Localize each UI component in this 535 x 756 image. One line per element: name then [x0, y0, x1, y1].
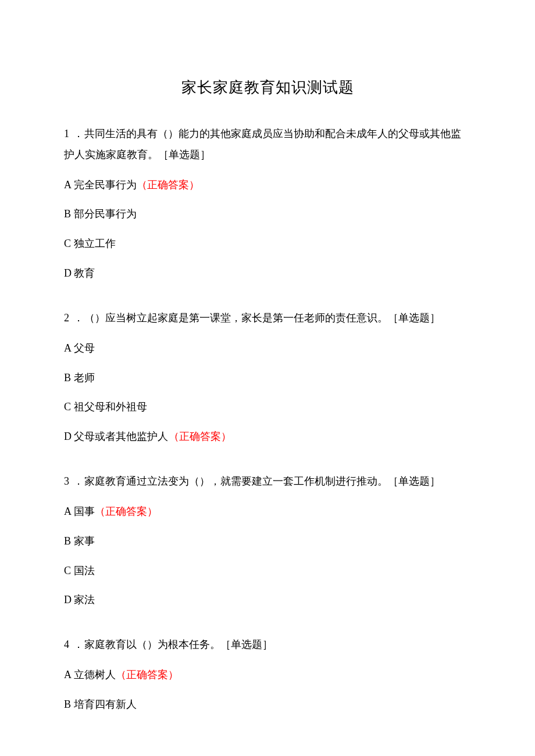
- option: A 父母: [64, 340, 471, 357]
- option: D 家法: [64, 592, 471, 608]
- option-label: C 国法: [64, 565, 95, 576]
- option-label: C 祖父母和外祖母: [64, 401, 147, 413]
- question-number: 3 ．: [64, 475, 84, 487]
- option-label: A 父母: [64, 342, 95, 354]
- question-text: 1 ．共同生活的具有（）能力的其他家庭成员应当协助和配合未成年人的父母或其他监护…: [64, 123, 471, 165]
- option: A 国事（正确答案）: [64, 503, 471, 520]
- option: A 完全民事行为（正确答案）: [64, 177, 471, 194]
- option: C 独立工作: [64, 235, 471, 252]
- option: D 教育: [64, 265, 471, 282]
- question-number: 4 ．: [64, 639, 84, 650]
- option-label: A 完全民事行为: [64, 179, 137, 191]
- question-block: 3 ．家庭教育通过立法变为（），就需要建立一套工作机制进行推动。［单选题］A 国…: [64, 471, 471, 608]
- option: B 家事: [64, 533, 471, 550]
- option-label: B 家事: [64, 535, 95, 547]
- question-block: 4 ．家庭教育以（）为根本任务。［单选题］A 立德树人（正确答案）B 培育四有新…: [64, 634, 471, 713]
- option-label: D 教育: [64, 267, 95, 279]
- option: B 培育四有新人: [64, 696, 471, 713]
- question-text: 2 ．（）应当树立起家庭是第一课堂，家长是第一任老师的责任意识。［单选题］: [64, 307, 471, 328]
- page-title: 家长家庭教育知识测试题: [64, 76, 471, 100]
- correct-answer-label: （正确答案）: [169, 431, 231, 442]
- question-body: 家庭教育通过立法变为（），就需要建立一套工作机制进行推动。［单选题］: [84, 475, 440, 487]
- option-label: A 国事: [64, 506, 95, 517]
- option-label: D 父母或者其他监护人: [64, 431, 169, 442]
- option-label: A 立德树人: [64, 669, 116, 680]
- option-label: C 独立工作: [64, 238, 116, 249]
- question-text: 3 ．家庭教育通过立法变为（），就需要建立一套工作机制进行推动。［单选题］: [64, 471, 471, 492]
- option-label: B 老师: [64, 372, 95, 384]
- question-number: 1 ．: [64, 128, 84, 139]
- correct-answer-label: （正确答案）: [95, 506, 158, 517]
- question-text: 4 ．家庭教育以（）为根本任务。［单选题］: [64, 634, 471, 655]
- question-body: 共同生活的具有（）能力的其他家庭成员应当协助和配合未成年人的父母或其他监护人实施…: [64, 128, 461, 160]
- option-label: D 家法: [64, 594, 95, 605]
- question-body: （）应当树立起家庭是第一课堂，家长是第一任老师的责任意识。［单选题］: [84, 312, 440, 324]
- question-block: 2 ．（）应当树立起家庭是第一课堂，家长是第一任老师的责任意识。［单选题］A 父…: [64, 307, 471, 445]
- option: B 老师: [64, 370, 471, 386]
- correct-answer-label: （正确答案）: [137, 179, 199, 191]
- option: C 国法: [64, 562, 471, 579]
- option: A 立德树人（正确答案）: [64, 667, 471, 683]
- question-number: 2 ．: [64, 312, 84, 324]
- option: B 部分民事行为: [64, 206, 471, 223]
- option: C 祖父母和外祖母: [64, 399, 471, 415]
- option-label: B 部分民事行为: [64, 208, 137, 220]
- correct-answer-label: （正确答案）: [116, 669, 179, 680]
- questions-container: 1 ．共同生活的具有（）能力的其他家庭成员应当协助和配合未成年人的父母或其他监护…: [64, 123, 471, 713]
- option: D 父母或者其他监护人（正确答案）: [64, 428, 471, 445]
- option-label: B 培育四有新人: [64, 698, 137, 710]
- question-block: 1 ．共同生活的具有（）能力的其他家庭成员应当协助和配合未成年人的父母或其他监护…: [64, 123, 471, 282]
- question-body: 家庭教育以（）为根本任务。［单选题］: [84, 639, 273, 650]
